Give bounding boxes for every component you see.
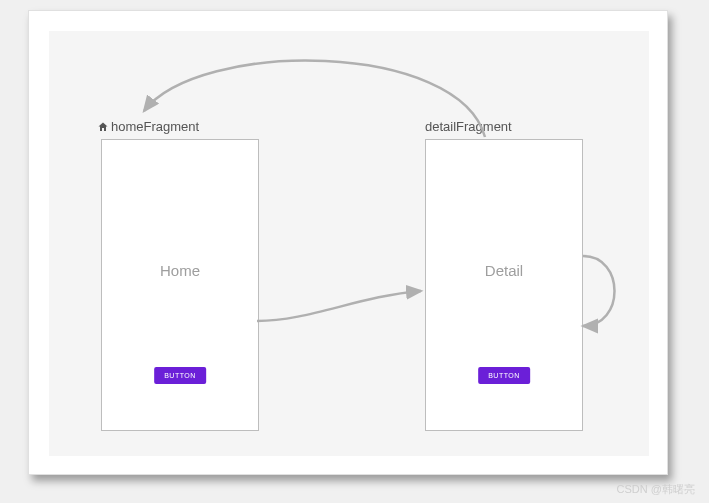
- arrow-detail-self-loop: [583, 256, 615, 326]
- detail-fragment-button[interactable]: BUTTON: [478, 367, 530, 384]
- home-fragment-label: homeFragment: [97, 119, 199, 134]
- home-fragment-button[interactable]: BUTTON: [154, 367, 206, 384]
- detail-fragment-title: Detail: [485, 262, 523, 279]
- home-fragment[interactable]: Home BUTTON: [101, 139, 259, 431]
- detail-fragment-label-text: detailFragment: [425, 119, 512, 134]
- detail-fragment[interactable]: Detail BUTTON: [425, 139, 583, 431]
- nav-graph-canvas[interactable]: homeFragment detailFragment Home BUTTON …: [49, 31, 649, 456]
- editor-canvas: homeFragment detailFragment Home BUTTON …: [28, 10, 668, 475]
- arrow-home-to-detail: [257, 291, 421, 321]
- detail-fragment-label: detailFragment: [425, 119, 512, 134]
- home-fragment-title: Home: [160, 262, 200, 279]
- watermark: CSDN @韩曙亮: [617, 482, 695, 497]
- home-fragment-label-text: homeFragment: [111, 119, 199, 134]
- home-icon: [97, 121, 109, 133]
